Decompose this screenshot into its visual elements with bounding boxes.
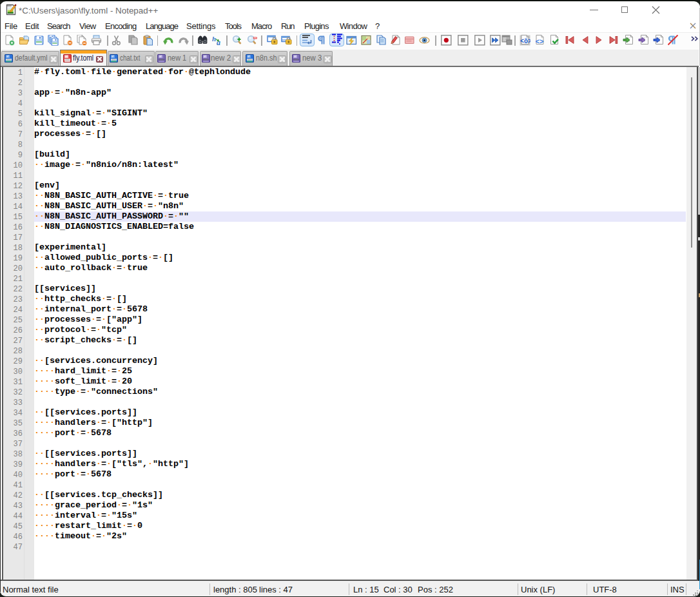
svg-text:a: a [217,38,220,46]
svg-text:<ö>: <ö> [520,38,530,45]
svg-text:h: h [212,35,216,43]
svg-text:<>: <> [536,38,545,46]
